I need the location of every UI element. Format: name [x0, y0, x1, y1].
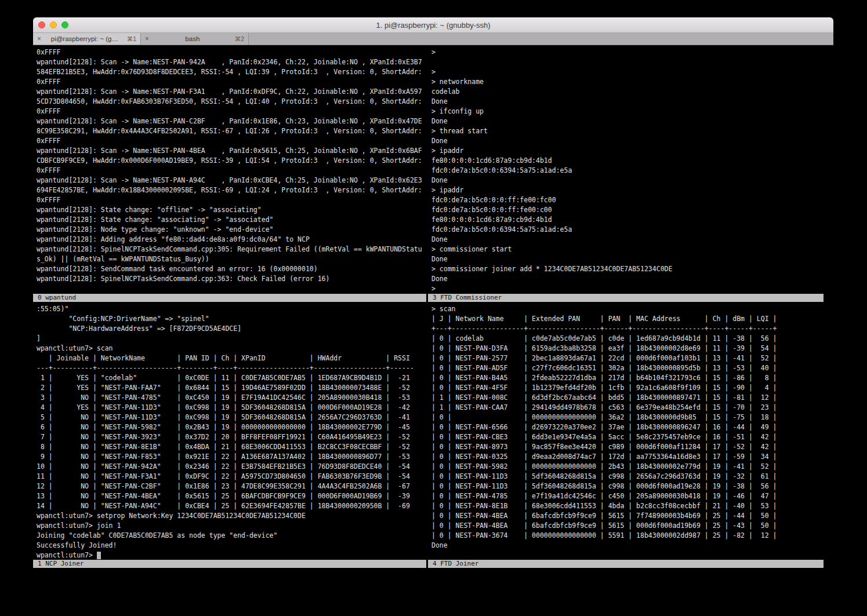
pane-title: 3 FTD Commissioner	[433, 294, 502, 301]
pane-ncp-joiner[interactable]: :55:05)" "Config:NCP:DriverName" => "spi…	[33, 302, 426, 568]
pane-title: 1 NCP Joiner	[38, 560, 84, 567]
traffic-lights	[38, 21, 68, 28]
tab-bar: × pi@raspberrypi: ~ (g… ⌘1 × bash ⌘2	[33, 33, 833, 45]
tab-bar-filler	[249, 33, 833, 45]
tab-label: bash	[153, 35, 232, 42]
tab-shortcut: ⌘2	[235, 35, 244, 42]
tab-ssh-session[interactable]: × pi@raspberrypi: ~ (g… ⌘1	[33, 33, 141, 45]
tmux-session: 0xFFFF wpantund[2128]: Scan -> Name:NEST…	[33, 45, 833, 568]
pane-ftd-joiner[interactable]: > scan | J | Network Name | Extended PAN…	[428, 302, 824, 568]
tab-label: pi@raspberrypi: ~ (g…	[45, 35, 124, 42]
ftd-commissioner-output: > > > networkname codelab Done > ifconfi…	[431, 48, 824, 294]
ncp-joiner-output: :55:05)" "Config:NCP:DriverName" => "spi…	[37, 304, 426, 551]
wpantund-log-output: 0xFFFF wpantund[2128]: Scan -> Name:NEST…	[37, 48, 426, 284]
shell-prompt: wpanctl:utun7>	[37, 551, 97, 559]
tab-bash[interactable]: × bash ⌘2	[141, 33, 249, 45]
command-line[interactable]: wpanctl:utun7>	[37, 551, 426, 560]
pane-status-ftd-joiner[interactable]: 4 FTD Joiner	[428, 560, 824, 568]
tab-shortcut: ⌘1	[127, 35, 136, 42]
window-title: 1. pi@raspberrypi: ~ (gnubby-ssh)	[376, 21, 490, 30]
pane-status-ftd-commissioner[interactable]: 3 FTD Commissioner	[428, 294, 824, 302]
text-cursor	[97, 552, 101, 559]
pane-title: 0 wpantund	[38, 294, 76, 301]
minimize-window-button[interactable]	[50, 21, 57, 28]
pane-wpantund[interactable]: 0xFFFF wpantund[2128]: Scan -> Name:NEST…	[33, 45, 426, 302]
tmux-right-column: > > > networkname codelab Done > ifconfi…	[428, 45, 824, 568]
pane-status-wpantund[interactable]: 0 wpantund	[33, 294, 426, 302]
pane-status-ncp-joiner[interactable]: 1 NCP Joiner	[33, 560, 426, 568]
close-tab-icon[interactable]: ×	[145, 33, 150, 45]
pane-title: 4 FTD Joiner	[433, 560, 478, 567]
window-titlebar[interactable]: 1. pi@raspberrypi: ~ (gnubby-ssh)	[33, 17, 833, 33]
tmux-left-column: 0xFFFF wpantund[2128]: Scan -> Name:NEST…	[33, 45, 426, 568]
scrollbar-gutter	[824, 45, 833, 568]
close-tab-icon[interactable]: ×	[37, 33, 42, 45]
zoom-window-button[interactable]	[61, 21, 68, 28]
ftd-joiner-output: > scan | J | Network Name | Extended PAN…	[431, 304, 824, 551]
close-window-button[interactable]	[38, 21, 45, 28]
pane-ftd-commissioner[interactable]: > > > networkname codelab Done > ifconfi…	[428, 45, 824, 302]
terminal-window: 1. pi@raspberrypi: ~ (gnubby-ssh) × pi@r…	[33, 17, 833, 568]
